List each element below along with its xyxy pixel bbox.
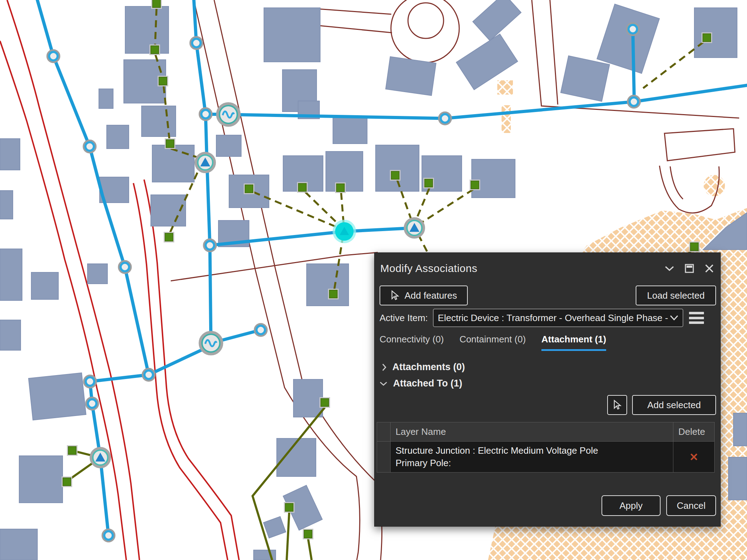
load-selected-label: Load selected (647, 290, 705, 301)
tab-connectivity[interactable]: Connectivity (0) (380, 334, 444, 351)
delete-column-header: Delete (673, 422, 715, 442)
active-item-value: Electric Device : Transformer - Overhead… (438, 313, 670, 324)
select-tool-button[interactable] (607, 395, 627, 415)
attachments-section-label: Attachments (0) (392, 362, 465, 373)
collapse-chevron-icon[interactable] (664, 263, 675, 274)
apply-button[interactable]: Apply (602, 495, 661, 516)
table-row[interactable]: Structure Junction : Electric Medium Vol… (377, 442, 715, 473)
active-item-dropdown[interactable]: Electric Device : Transformer - Overhead… (433, 309, 683, 327)
menu-icon[interactable] (689, 312, 704, 324)
chevron-right-icon (382, 363, 387, 371)
chevron-down-icon (380, 381, 387, 386)
row-selector-cell[interactable] (377, 442, 391, 473)
dialog-titlebar[interactable]: Modify Associations (380, 261, 715, 276)
layer-name-cell: Structure Junction : Electric Medium Vol… (390, 442, 673, 473)
attached-to-section-header[interactable]: Attached To (1) (380, 378, 462, 389)
tab-containment[interactable]: Containment (0) (460, 334, 526, 351)
layer-name-column-header: Layer Name (390, 422, 673, 442)
table-header-row: Layer Name Delete (377, 422, 715, 442)
add-features-label: Add features (404, 290, 457, 301)
delete-icon[interactable]: ✕ (689, 451, 698, 463)
screen: { "window": { "title": "Modify Associati… (0, 0, 747, 560)
add-selected-label: Add selected (647, 400, 701, 411)
attachments-section-header[interactable]: Attachments (0) (382, 362, 465, 373)
attached-to-table: Layer Name Delete Structure Junction : E… (377, 422, 715, 473)
close-icon[interactable] (704, 263, 715, 274)
layer-name-line1: Structure Junction : Electric Medium Vol… (396, 444, 668, 457)
modify-associations-dialog: Modify Associations Add features Load se… (374, 252, 721, 527)
row-selector-header (377, 422, 391, 442)
layer-name-line2: Primary Pole: (396, 457, 668, 469)
chevron-down-icon (670, 315, 678, 321)
active-item-label: Active Item: (380, 313, 428, 324)
add-features-button[interactable]: Add features (380, 286, 468, 305)
delete-cell: ✕ (673, 442, 715, 473)
attached-to-section-label: Attached To (1) (393, 378, 462, 389)
dialog-title: Modify Associations (380, 262, 477, 274)
association-tabs: Connectivity (0) Containment (0) Attachm… (380, 334, 606, 351)
add-selected-button[interactable]: Add selected (632, 395, 716, 415)
selected-transformer-icon[interactable] (333, 220, 356, 243)
cancel-button[interactable]: Cancel (666, 495, 716, 516)
pointer-icon (613, 400, 622, 410)
apply-label: Apply (619, 500, 642, 511)
load-selected-button[interactable]: Load selected (636, 286, 716, 305)
tab-attachment[interactable]: Attachment (1) (541, 334, 606, 351)
cancel-label: Cancel (677, 500, 706, 511)
dock-window-icon[interactable] (684, 263, 695, 274)
pointer-icon (390, 290, 399, 301)
